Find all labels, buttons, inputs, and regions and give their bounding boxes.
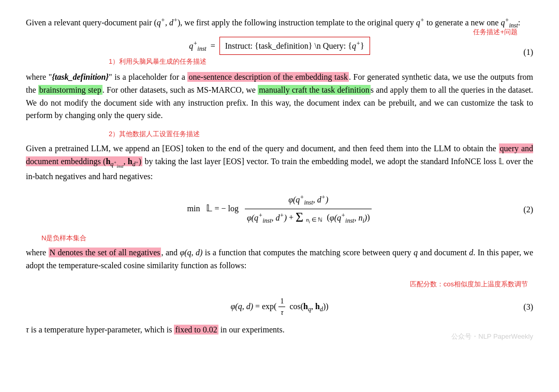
paragraph-4: where N denotes the set of all negatives… bbox=[26, 246, 533, 272]
paragraph-2: where "{task_definition}" is a placehold… bbox=[26, 71, 533, 122]
watermark: 公众号・NLP PaperWeekly bbox=[451, 331, 533, 342]
paragraph-1: Given a relevant query-document pair (q+… bbox=[26, 16, 533, 31]
equation-1-box: Instruct: {task_definition} \n Query: {q… bbox=[219, 37, 370, 55]
highlight-embeddings: query and document embeddings (hq+inst, … bbox=[26, 143, 533, 166]
annotation-brainstorm: 1）利用头脑风暴生成的任务描述 bbox=[109, 57, 207, 65]
highlight-N-negatives: N denotes the set of all negatives bbox=[49, 248, 161, 257]
fraction-infonce: φ(q+inst, d+) φ(q+inst, d+) + Σ ni ∈ ℕ (… bbox=[245, 193, 372, 226]
eq-number-3: (3) bbox=[523, 300, 533, 313]
annotation-match-score: 匹配分数：cos相似度加上温度系数调节 bbox=[410, 280, 528, 288]
eq-number-2: (2) bbox=[523, 203, 533, 216]
paragraph-3: Given a pretrained LLM, we append an [EO… bbox=[26, 142, 533, 183]
highlight-fixed-tau: fixed to 0.02 bbox=[174, 325, 218, 335]
highlight-embedding-task: one-sentence description of the embeddin… bbox=[187, 72, 348, 82]
annotation-negatives: N是负样本集合 bbox=[41, 234, 86, 242]
annotation-task-desc: 任务描述+问题 bbox=[473, 27, 518, 37]
eq-number-1: (1) bbox=[523, 46, 533, 59]
annotation-manual-task: 2）其他数据人工设置任务描述 bbox=[109, 130, 200, 138]
highlight-manually-craft: manually craft the task definition bbox=[258, 85, 371, 95]
highlight-brainstorm: brainstorming step bbox=[38, 85, 102, 95]
equation-1: q+inst = Instruct: {task_definition} \n … bbox=[26, 37, 533, 68]
equation-3: φ(q, d) = exp( 1 τ cos(hq, hd)) (3) bbox=[26, 296, 533, 318]
equation-2: min 𝕃 = − log φ(q+inst, d+) φ(q+inst, d+… bbox=[26, 193, 533, 226]
